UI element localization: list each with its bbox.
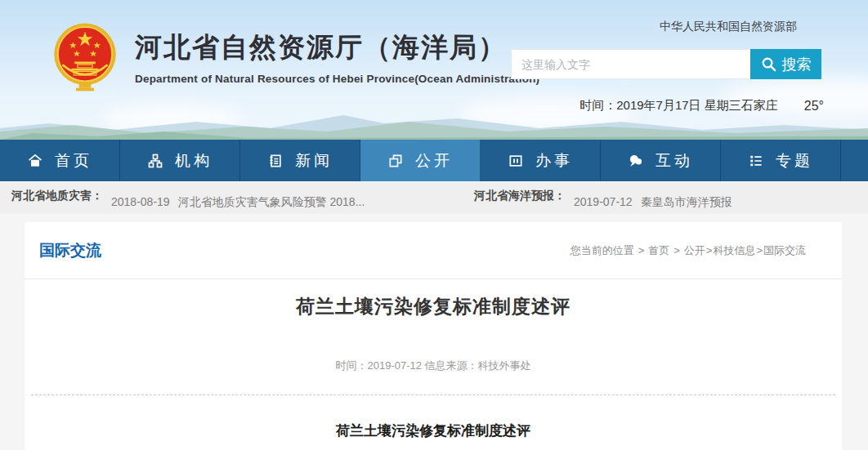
page: 河北省自然资源厅（海洋局） Department of Natural Reso…: [0, 0, 868, 450]
ticker-news-link[interactable]: 2019-07-12秦皇岛市海洋预报: [574, 189, 732, 222]
nav-label: 专题: [776, 150, 813, 172]
national-emblem-logo: [47, 16, 123, 98]
breadcrumb-home[interactable]: 首页: [648, 244, 669, 256]
news-icon: [267, 153, 284, 169]
ticker-bar: 河北省地质灾害： 2018-08-19河北省地质灾害气象风险预警 2018...…: [0, 181, 868, 214]
city-name: 石家庄: [741, 98, 778, 114]
search-button[interactable]: 搜索: [750, 49, 821, 79]
site-subtitle: Department of Natural Resources of Hebei…: [135, 73, 539, 85]
nav-item-home[interactable]: 首页: [0, 140, 120, 181]
org-icon: [147, 153, 163, 169]
breadcrumb-disclosure[interactable]: 公开: [684, 244, 705, 256]
article-meta: 时间：2019-07-12 信息来源：科技外事处: [25, 359, 842, 373]
nav-item-service[interactable]: 办事: [481, 140, 601, 181]
ticker-label: 河北省海洋预报：: [474, 182, 566, 215]
ticker-text: 河北省地质灾害气象风险预警 2018...: [178, 195, 365, 208]
breadcrumb-separator: >: [756, 244, 763, 256]
article-body-heading: 荷兰土壤污染修复标准制度述评: [25, 421, 842, 440]
search-bar: 搜索: [511, 49, 821, 79]
breadcrumb: 您当前的位置>首页>公开>科技信息>国际交流: [570, 243, 806, 258]
interact-icon: [628, 153, 644, 169]
disclosure-icon: [387, 153, 404, 169]
nav-label: 新闻: [295, 150, 333, 172]
nav-label: 机构: [175, 150, 213, 172]
site-header: 河北省自然资源厅（海洋局） Department of Natural Reso…: [0, 0, 868, 140]
content-box: 国际交流 您当前的位置>首页>公开>科技信息>国际交流 荷兰土壤污染修复标准制度…: [25, 222, 842, 450]
geo-hazard-ticker: 河北省地质灾害： 2018-08-19河北省地质灾害气象风险预警 2018...: [11, 182, 365, 215]
main-nav: 首页 机构 新闻 公开: [0, 140, 868, 181]
breadcrumb-separator: >: [706, 244, 713, 256]
service-icon: [508, 153, 524, 169]
ticker-label: 河北省地质灾害：: [11, 182, 103, 215]
nav-item-topics[interactable]: 专题: [721, 140, 841, 181]
topics-icon: [748, 153, 764, 169]
ticker-text: 秦皇岛市海洋预报: [641, 195, 732, 208]
search-icon: [761, 56, 776, 72]
nav-filler: [841, 140, 868, 181]
dotted-divider: [31, 394, 835, 395]
ticker-date: 2019-07-12: [574, 195, 633, 208]
breadcrumb-sci-info[interactable]: 科技信息: [713, 244, 755, 256]
breadcrumb-separator: >: [673, 244, 680, 256]
ministry-link[interactable]: 中华人民共和国自然资源部: [660, 20, 797, 34]
nav-label: 互动: [655, 150, 693, 172]
search-input[interactable]: [511, 49, 750, 79]
nav-label: 公开: [415, 150, 453, 172]
ticker-news-link[interactable]: 2018-08-19河北省地质灾害气象风险预警 2018...: [111, 189, 365, 222]
nav-item-news[interactable]: 新闻: [240, 140, 360, 181]
nav-label: 办事: [535, 150, 573, 172]
ticker-date: 2018-08-19: [111, 195, 170, 208]
date-text: 时间：2019年7月17日 星期三: [579, 98, 741, 114]
article-title: 荷兰土壤污染修复标准制度述评: [25, 294, 842, 319]
site-title: 河北省自然资源厅（海洋局）: [135, 29, 539, 66]
nav-item-disclosure[interactable]: 公开: [360, 140, 481, 181]
ocean-forecast-ticker: 河北省海洋预报： 2019-07-12秦皇岛市海洋预报: [474, 182, 732, 215]
temperature: 25°: [804, 99, 824, 114]
nav-item-interact[interactable]: 互动: [601, 140, 721, 181]
section-title: 国际交流: [39, 240, 101, 261]
nav-item-org[interactable]: 机构: [120, 140, 240, 181]
datetime-weather: 时间：2019年7月17日 星期三石家庄 25°: [579, 98, 824, 114]
brand: 河北省自然资源厅（海洋局） Department of Natural Reso…: [135, 29, 539, 85]
section-header: 国际交流 您当前的位置>首页>公开>科技信息>国际交流: [25, 222, 842, 279]
search-button-label: 搜索: [782, 55, 812, 74]
breadcrumb-label: 您当前的位置: [570, 244, 634, 256]
breadcrumb-intl-exchange[interactable]: 国际交流: [763, 244, 806, 256]
home-icon: [27, 153, 43, 169]
breadcrumb-separator: >: [638, 244, 645, 256]
nav-label: 首页: [55, 150, 92, 172]
